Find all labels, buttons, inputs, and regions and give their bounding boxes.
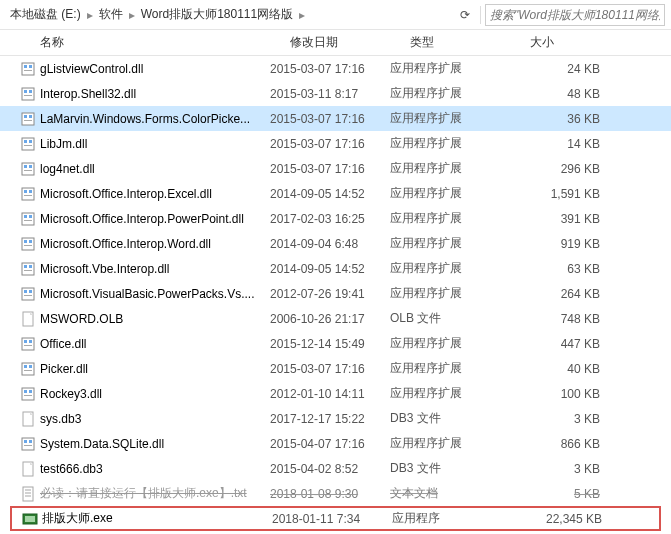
file-name: Picker.dll <box>40 362 88 376</box>
svg-rect-6 <box>29 90 32 93</box>
file-list: gListviewControl.dll2015-03-07 17:16应用程序… <box>0 56 671 534</box>
file-date: 2018-01-08 9:30 <box>270 487 390 501</box>
file-date: 2014-09-04 6:48 <box>270 237 390 251</box>
svg-rect-0 <box>22 63 34 75</box>
breadcrumb-item[interactable]: Word排版大师180111网络版 <box>137 4 298 25</box>
file-row[interactable]: Rockey3.dll2012-01-10 14:11应用程序扩展100 KB <box>0 381 671 406</box>
file-row[interactable]: Picker.dll2015-03-07 17:16应用程序扩展40 KB <box>0 356 671 381</box>
search-input[interactable] <box>486 8 664 22</box>
file-size: 3 KB <box>510 412 610 426</box>
file-name: Microsoft.VisualBasic.PowerPacks.Vs.... <box>40 287 255 301</box>
file-type: 应用程序扩展 <box>390 235 510 252</box>
file-icon <box>20 411 36 427</box>
file-size: 919 KB <box>510 237 610 251</box>
file-date: 2014-09-05 14:52 <box>270 262 390 276</box>
column-date-header[interactable]: 修改日期 <box>290 34 410 51</box>
file-icon <box>20 311 36 327</box>
svg-rect-46 <box>22 363 34 375</box>
file-date: 2015-12-14 15:49 <box>270 337 390 351</box>
file-size: 296 KB <box>510 162 610 176</box>
file-name: Microsoft.Vbe.Interop.dll <box>40 262 169 276</box>
file-name: Office.dll <box>40 337 86 351</box>
file-row[interactable]: Microsoft.Office.Interop.Word.dll2014-09… <box>0 231 671 256</box>
file-row[interactable]: Office.dll2015-12-14 15:49应用程序扩展447 KB <box>0 331 671 356</box>
column-size-header[interactable]: 大小 <box>530 34 630 51</box>
svg-rect-25 <box>24 215 27 218</box>
svg-rect-39 <box>24 295 32 296</box>
file-row[interactable]: log4net.dll2015-03-07 17:16应用程序扩展296 KB <box>0 156 671 181</box>
file-date: 2015-03-07 17:16 <box>270 362 390 376</box>
file-icon <box>20 186 36 202</box>
file-row[interactable]: Interop.Shell32.dll2015-03-11 8:17应用程序扩展… <box>0 81 671 106</box>
file-size: 40 KB <box>510 362 610 376</box>
file-icon <box>20 61 36 77</box>
svg-rect-52 <box>29 390 32 393</box>
file-icon <box>20 261 36 277</box>
file-row[interactable]: Microsoft.Office.Interop.PowerPoint.dll2… <box>0 206 671 231</box>
file-name: Interop.Shell32.dll <box>40 87 136 101</box>
svg-rect-51 <box>24 390 27 393</box>
svg-rect-26 <box>29 215 32 218</box>
column-type-header[interactable]: 类型 <box>410 34 530 51</box>
file-size: 63 KB <box>510 262 610 276</box>
file-date: 2015-03-07 17:16 <box>270 62 390 76</box>
divider <box>480 6 481 24</box>
file-row[interactable]: System.Data.SQLite.dll2015-04-07 17:16应用… <box>0 431 671 456</box>
svg-rect-34 <box>29 265 32 268</box>
svg-rect-53 <box>24 395 32 396</box>
file-row[interactable]: gListviewControl.dll2015-03-07 17:16应用程序… <box>0 56 671 81</box>
svg-rect-19 <box>24 170 32 171</box>
file-row[interactable]: Microsoft.Office.Interop.Excel.dll2014-0… <box>0 181 671 206</box>
file-row[interactable]: 排版大师.exe2018-01-11 7:34应用程序22,345 KB <box>10 506 661 531</box>
svg-rect-12 <box>22 138 34 150</box>
file-row[interactable]: Microsoft.VisualBasic.PowerPacks.Vs....2… <box>0 281 671 306</box>
file-row[interactable]: MSWORD.OLB2006-10-26 21:17OLB 文件748 KB <box>0 306 671 331</box>
file-row[interactable]: test666.db32015-04-02 8:52DB3 文件3 KB <box>0 456 671 481</box>
svg-rect-11 <box>24 120 32 121</box>
file-row[interactable]: sys.db32017-12-17 15:22DB3 文件3 KB <box>0 406 671 431</box>
file-row[interactable]: LibJm.dll2015-03-07 17:16应用程序扩展14 KB <box>0 131 671 156</box>
svg-rect-37 <box>24 290 27 293</box>
svg-rect-2 <box>29 65 32 68</box>
file-size: 748 KB <box>510 312 610 326</box>
svg-rect-44 <box>29 340 32 343</box>
column-name-header[interactable]: 名称 <box>40 34 290 51</box>
file-name: 排版大师.exe <box>42 510 113 527</box>
file-type: 应用程序扩展 <box>390 435 510 452</box>
svg-rect-9 <box>24 115 27 118</box>
file-size: 24 KB <box>510 62 610 76</box>
file-date: 2015-03-07 17:16 <box>270 162 390 176</box>
file-icon <box>20 336 36 352</box>
file-date: 2015-04-07 17:16 <box>270 437 390 451</box>
refresh-icon[interactable]: ⟳ <box>454 8 476 22</box>
svg-rect-62 <box>23 487 33 501</box>
file-date: 2017-02-03 16:25 <box>270 212 390 226</box>
file-date: 2012-01-10 14:11 <box>270 387 390 401</box>
svg-rect-67 <box>25 516 35 522</box>
svg-rect-4 <box>22 88 34 100</box>
search-box[interactable] <box>485 4 665 26</box>
file-name: Microsoft.Office.Interop.PowerPoint.dll <box>40 212 244 226</box>
breadcrumb-item[interactable]: 本地磁盘 (E:) <box>6 4 85 25</box>
file-name: Microsoft.Office.Interop.Word.dll <box>40 237 211 251</box>
svg-rect-48 <box>29 365 32 368</box>
file-icon <box>20 386 36 402</box>
file-row[interactable]: LaMarvin.Windows.Forms.ColorPicke...2015… <box>0 106 671 131</box>
file-size: 48 KB <box>510 87 610 101</box>
file-row[interactable]: 必读：请直接运行【排版大师.exe】.txt2018-01-08 9:30文本文… <box>0 481 671 506</box>
breadcrumb-item[interactable]: 软件 <box>95 4 127 25</box>
file-icon <box>20 436 36 452</box>
file-row[interactable]: Microsoft.Vbe.Interop.dll2014-09-05 14:5… <box>0 256 671 281</box>
svg-rect-23 <box>24 195 32 196</box>
svg-rect-15 <box>24 145 32 146</box>
svg-rect-7 <box>24 95 32 96</box>
file-icon <box>20 361 36 377</box>
file-type: 应用程序扩展 <box>390 210 510 227</box>
svg-rect-45 <box>24 345 32 346</box>
file-type: DB3 文件 <box>390 410 510 427</box>
breadcrumb: 本地磁盘 (E:) ▸ 软件 ▸ Word排版大师180111网络版 ▸ <box>6 4 454 25</box>
file-date: 2014-09-05 14:52 <box>270 187 390 201</box>
file-type: 应用程序扩展 <box>390 185 510 202</box>
svg-rect-30 <box>29 240 32 243</box>
svg-rect-33 <box>24 265 27 268</box>
